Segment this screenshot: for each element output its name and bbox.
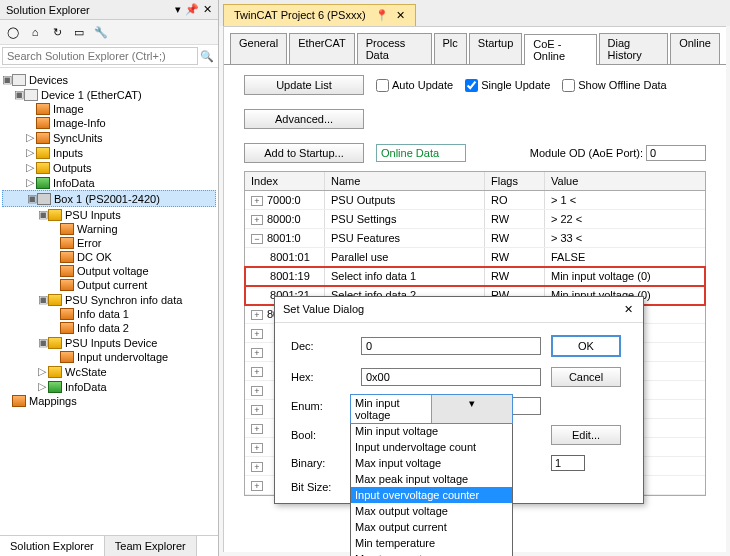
grid-header: Index Name Flags Value	[245, 172, 705, 191]
tree-node[interactable]: ▷SyncUnits	[2, 130, 216, 145]
pin-icon[interactable]: 📌	[185, 3, 199, 16]
search-icon[interactable]: 🔍	[198, 47, 216, 65]
tree-node[interactable]: Warning	[2, 222, 216, 236]
tree-node[interactable]: Image	[2, 102, 216, 116]
tree-node[interactable]: Output current	[2, 278, 216, 292]
cancel-button[interactable]: Cancel	[551, 367, 621, 387]
solution-tree[interactable]: ▣Devices▣Device 1 (EtherCAT)ImageImage-I…	[0, 68, 218, 535]
hex-input[interactable]	[361, 368, 541, 386]
tab-team-explorer[interactable]: Team Explorer	[105, 536, 197, 556]
tree-node[interactable]: ▷Inputs	[2, 145, 216, 160]
tree-root[interactable]: ▣Devices	[2, 72, 216, 87]
device-tab[interactable]: Diag History	[599, 33, 669, 64]
tree-node[interactable]: ▷WcState	[2, 364, 216, 379]
tree-node[interactable]: ▷Outputs	[2, 160, 216, 175]
online-data-box: Online Data	[376, 144, 466, 162]
dropdown-option[interactable]: Max temperature	[351, 551, 512, 556]
chevron-down-icon[interactable]: ▾	[431, 395, 512, 423]
tree-node[interactable]: DC OK	[2, 250, 216, 264]
update-list-button[interactable]: Update List	[244, 75, 364, 95]
show-offline-check[interactable]: Show Offline Data	[562, 79, 666, 92]
dropdown-option[interactable]: Min temperature	[351, 535, 512, 551]
close-icon[interactable]: ✕	[621, 303, 635, 316]
device-tab[interactable]: Process Data	[357, 33, 432, 64]
module-od-input[interactable]	[646, 145, 706, 161]
dropdown-option[interactable]: Max output voltage	[351, 503, 512, 519]
tree-node[interactable]: ▣PSU Synchron info data	[2, 292, 216, 307]
enum-dropdown-head[interactable]: Min input voltage ▾	[350, 394, 513, 424]
tree-node[interactable]: Error	[2, 236, 216, 250]
search-input[interactable]	[2, 47, 198, 65]
device-tab[interactable]: Startup	[469, 33, 522, 64]
dropdown-option[interactable]: Min input voltage	[351, 423, 512, 439]
device-tab[interactable]: CoE - Online	[524, 34, 596, 65]
dropdown-option[interactable]: Input undervoltage count	[351, 439, 512, 455]
tree-node[interactable]: Info data 1	[2, 307, 216, 321]
device-tab[interactable]: Plc	[434, 33, 467, 64]
single-update-check[interactable]: Single Update	[465, 79, 550, 92]
back-icon[interactable]: ◯	[4, 23, 22, 41]
dropdown-option[interactable]: Input overvoltage counter	[351, 487, 512, 503]
tree-node[interactable]: Image-Info	[2, 116, 216, 130]
bottom-tabs: Solution Explorer Team Explorer	[0, 535, 218, 556]
dec-input[interactable]	[361, 337, 541, 355]
tree-node[interactable]: Input undervoltage	[2, 350, 216, 364]
device-tab[interactable]: Online	[670, 33, 720, 64]
bitsize-label: Bit Size:	[291, 481, 351, 493]
enum-label: Enum:	[291, 400, 351, 412]
grid-row[interactable]: +8000:0PSU SettingsRW> 22 <	[245, 210, 705, 229]
dropdown-icon[interactable]: ▾	[175, 3, 181, 16]
binary-label: Binary:	[291, 457, 351, 469]
auto-update-check[interactable]: Auto Update	[376, 79, 453, 92]
tree-node[interactable]: ▣Box 1 (PS2001-2420)	[2, 190, 216, 207]
tree-node[interactable]: Info data 2	[2, 321, 216, 335]
col-index[interactable]: Index	[245, 172, 325, 190]
tree-node[interactable]: ▷InfoData	[2, 175, 216, 190]
tree-node[interactable]: Output voltage	[2, 264, 216, 278]
bool-label: Bool:	[291, 429, 351, 441]
search-row: 🔍	[0, 45, 218, 68]
document-tab[interactable]: TwinCAT Project 6 (PSxxx) 📍 ✕	[223, 4, 416, 26]
grid-row[interactable]: 8001:19Select info data 1RWMin input vol…	[245, 267, 705, 286]
explorer-toolbar: ◯ ⌂ ↻ ▭ 🔧	[0, 20, 218, 45]
add-startup-button[interactable]: Add to Startup...	[244, 143, 364, 163]
grid-row[interactable]: +7000:0PSU OutputsRO> 1 <	[245, 191, 705, 210]
dialog-title: Set Value Dialog	[283, 303, 364, 316]
document-tab-row: TwinCAT Project 6 (PSxxx) 📍 ✕	[219, 0, 730, 26]
tree-node[interactable]: ▣PSU Inputs Device	[2, 335, 216, 350]
enum-dropdown[interactable]: Min input voltage ▾ Min input voltageInp…	[350, 394, 513, 556]
home-icon[interactable]: ⌂	[26, 23, 44, 41]
document-tab-label: TwinCAT Project 6 (PSxxx)	[234, 9, 366, 21]
grid-row[interactable]: −8001:0PSU FeaturesRW> 33 <	[245, 229, 705, 248]
col-name[interactable]: Name	[325, 172, 485, 190]
dropdown-option[interactable]: Max peak input voltage	[351, 471, 512, 487]
binary-length-input[interactable]	[551, 455, 585, 471]
pin-icon[interactable]: 📍	[375, 9, 389, 21]
dialog-title-bar[interactable]: Set Value Dialog ✕	[275, 297, 643, 323]
dropdown-option[interactable]: Max output current	[351, 519, 512, 535]
close-icon[interactable]: ✕	[396, 9, 405, 21]
device-tab[interactable]: General	[230, 33, 287, 64]
pane-title: Solution Explorer	[6, 4, 175, 16]
dec-label: Dec:	[291, 340, 351, 352]
grid-row[interactable]: 8001:01Parallel useRWFALSE	[245, 248, 705, 267]
col-flags[interactable]: Flags	[485, 172, 545, 190]
solution-explorer-pane: Solution Explorer ▾ 📌 ✕ ◯ ⌂ ↻ ▭ 🔧 🔍 ▣Dev…	[0, 0, 219, 556]
tree-node[interactable]: ▷InfoData	[2, 379, 216, 394]
refresh-icon[interactable]: ↻	[48, 23, 66, 41]
tree-node[interactable]: ▣PSU Inputs	[2, 207, 216, 222]
edit-button[interactable]: Edit...	[551, 425, 621, 445]
solution-explorer-title-bar: Solution Explorer ▾ 📌 ✕	[0, 0, 218, 20]
tree-node[interactable]: ▣Device 1 (EtherCAT)	[2, 87, 216, 102]
tab-solution-explorer[interactable]: Solution Explorer	[0, 536, 105, 556]
properties-icon[interactable]: 🔧	[92, 23, 110, 41]
hex-label: Hex:	[291, 371, 351, 383]
advanced-button[interactable]: Advanced...	[244, 109, 364, 129]
tree-mappings[interactable]: Mappings	[2, 394, 216, 408]
dropdown-option[interactable]: Max input voltage	[351, 455, 512, 471]
collapse-icon[interactable]: ▭	[70, 23, 88, 41]
col-value[interactable]: Value	[545, 172, 705, 190]
ok-button[interactable]: OK	[551, 335, 621, 357]
close-icon[interactable]: ✕	[203, 3, 212, 16]
device-tab[interactable]: EtherCAT	[289, 33, 354, 64]
